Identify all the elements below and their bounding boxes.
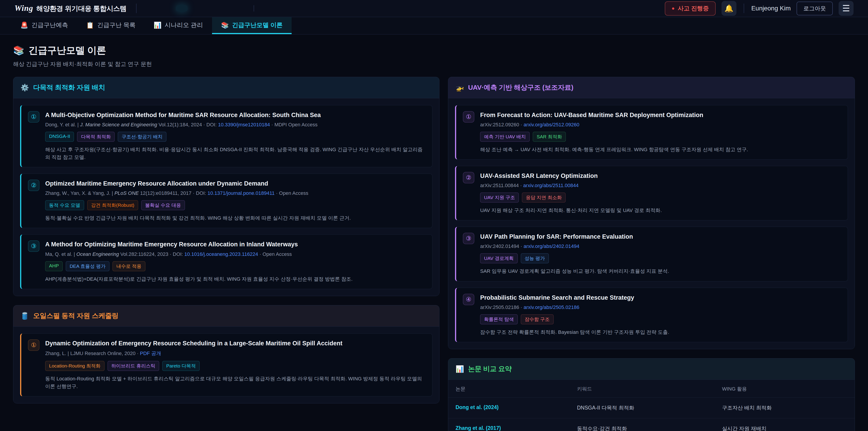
section-header: 🛢️ 오일스필 동적 자원 스케줄링 [13, 305, 439, 327]
tag-chip: UAV 지원 구조 [480, 192, 519, 203]
table-cell-paper[interactable]: Dong et al. (2024) [456, 398, 577, 418]
tag-row: AHPDEA 효율성 평가내수로 적용 [45, 261, 426, 271]
journal-name: PLoS ONE [114, 190, 139, 196]
paper-title: Probabilistic Submarine Search and Rescu… [480, 294, 841, 302]
doi-link[interactable]: 10.3390/jmse12010184 [218, 122, 270, 127]
section-title: 오일스필 동적 자원 스케줄링 [33, 311, 119, 320]
tag-chip: 잠수함 구조 [521, 314, 554, 324]
paper-description: SAR 임무용 UAV 경로계획 알고리즘 성능 비교 평가. 탐색 커버리지·… [480, 267, 841, 275]
col-header-keyword: 키워드 [577, 380, 722, 397]
paper-card: ④ Probabilistic Submarine Search and Res… [455, 288, 848, 342]
paper-description: 해상 조난 예측 → UAV 사전 배치 최적화. 예측-행동 연계 프레임워크… [480, 146, 841, 153]
nav-menu-item[interactable] [146, 5, 158, 11]
paper-description: 잠수함 구조 전략 확률론적 최적화. Bayesian 탐색 이론 기반 구조… [480, 329, 841, 336]
tag-chip: SAR 최적화 [533, 132, 566, 142]
tag-chip: 불확실 수요 대응 [141, 200, 185, 210]
app-logo: Wing 해양환경 위기대응 통합시스템 [14, 3, 127, 13]
tab-item[interactable]: 📊 시나리오 관리 [145, 17, 212, 34]
arxiv-link[interactable]: arxiv.org/abs/2402.01494 [524, 243, 579, 249]
page-content: 📚 긴급구난모델 이론 해상 긴급구난 자원 배치·최적화 이론 및 참고 연구… [0, 35, 868, 431]
tag-chip: UAV 경로계획 [480, 253, 518, 263]
paper-description: 동적·불확실 수요 반영 긴급구난 자원 배치 다목적 최적화 및 강건 최적화… [45, 214, 426, 222]
right-column: 🚁 UAV·예측 기반 해상구조 (보조자료) ① From Forecast … [448, 77, 855, 431]
paper-title: Dynamic Optimization of Emergency Resour… [45, 339, 426, 347]
paper-list: ① From Forecast to Action: UAV-Based Mar… [448, 98, 855, 349]
arxiv-link[interactable]: arxiv.org/abs/2505.02186 [524, 304, 579, 310]
paper-card: ③ A Method for Optimizing Maritime Emerg… [20, 235, 432, 289]
divider [136, 4, 136, 13]
section-uav-panel: 🚁 UAV·예측 기반 해상구조 (보조자료) ① From Forecast … [448, 77, 855, 349]
journal-name: Ocean Engineering [76, 251, 119, 257]
table-row: Dong et al. (2024) DNSGA-II 다목적 최적화 구조자산… [448, 397, 855, 418]
paper-list: ① Dynamic Optimization of Emergency Reso… [13, 327, 439, 403]
paper-number-badge: ② [28, 180, 39, 191]
doi-link[interactable]: PDF 공개 [140, 350, 161, 356]
tag-row: 동적 수요 모델강건 최적화(Robust)불확실 수요 대응 [45, 200, 426, 210]
paper-number-badge: ① [28, 111, 39, 123]
arxiv-link[interactable]: arxiv.org/abs/2511.00844 [523, 183, 579, 188]
notification-bell-button[interactable]: 🔔 [721, 1, 737, 16]
nav-menu-item[interactable] [254, 5, 268, 11]
paper-description: UAV 지원 해상 구조 처리·지연 최적화. 통신·처리 지연 모델링 및 U… [480, 207, 841, 214]
oil-drum-icon: 🛢️ [21, 312, 29, 320]
page-subtitle: 해상 긴급구난 자원 배치·최적화 이론 및 참고 연구 문헌 [13, 60, 855, 68]
paper-number-badge: ② [463, 172, 474, 183]
nav-menu-item[interactable] [161, 5, 173, 11]
nav-menu-item[interactable] [176, 5, 188, 11]
paper-card: ① From Forecast to Action: UAV-Based Mar… [455, 105, 848, 160]
nav-menu-item[interactable] [221, 5, 232, 11]
paper-title: A Multi-Objective Optimization Method fo… [45, 111, 426, 119]
tag-chip: Location-Routing 최적화 [45, 361, 104, 371]
paper-card: ② UAV-Assisted SAR Latency Optimization … [455, 166, 848, 220]
books-icon: 📚 [13, 45, 24, 56]
tab-icon: 🚨 [20, 22, 28, 29]
section-comparison-panel: 📊 논문 비교 요약 논문 키워드 WING 활용 Dong et al. (2… [448, 358, 855, 431]
tag-chip: Pareto 다목적 [162, 361, 199, 371]
tag-row: UAV 경로계획성능 평가 [480, 253, 841, 263]
hamburger-menu-button[interactable]: ☰ [839, 1, 854, 16]
table-header-row: 논문 키워드 WING 활용 [448, 380, 855, 397]
tag-row: UAV 지원 구조응답 지연 최소화 [480, 192, 841, 203]
comparison-table: 논문 키워드 WING 활용 Dong et al. (2024) DNSGA-… [448, 380, 855, 431]
paper-meta: arXiv:2402.01494 · arxiv.org/abs/2402.01… [480, 243, 841, 249]
tab-item[interactable]: 📋 긴급구난 목록 [77, 17, 145, 34]
doi-link[interactable]: 10.1016/j.oceaneng.2023.116224 [184, 251, 258, 257]
section-oilspill-panel: 🛢️ 오일스필 동적 자원 스케줄링 ① Dynamic Optimizatio… [13, 305, 439, 403]
tag-row: 확률론적 탐색잠수함 구조 [480, 314, 841, 324]
navbar-right: ● 사고 진행중 🔔 Eunjeong Kim 로그아웃 ☰ [665, 1, 854, 16]
paper-meta: Zhang, L. | LJMU Research Online, 2020 ·… [45, 350, 426, 357]
paper-number-badge: ① [28, 339, 39, 351]
left-column: ⚙️ 다목적 최적화 자원 배치 ① A Multi-Objective Opt… [13, 77, 439, 412]
tag-chip: 확률론적 탐색 [480, 314, 518, 324]
tab-icon: 📊 [153, 22, 161, 29]
paper-card: ① Dynamic Optimization of Emergency Reso… [20, 333, 432, 396]
tab-item[interactable]: 🚨 긴급구난예측 [11, 17, 77, 34]
tab-item[interactable]: 📚 긴급구난모델 이론 [212, 17, 291, 34]
table-cell-keyword: 동적수요·강건 최적화 [577, 418, 722, 431]
doi-link[interactable]: 10.1371/journal.pone.0189411 [208, 190, 275, 196]
paper-meta: arXiv:2512.09260 · arxiv.org/abs/2512.09… [480, 122, 841, 128]
tag-chip: DNSGA-II [45, 132, 74, 142]
two-column-layout: ⚙️ 다목적 최적화 자원 배치 ① A Multi-Objective Opt… [13, 77, 855, 431]
tab-icon: 📚 [221, 22, 229, 29]
table-cell-paper[interactable]: Zhang et al. (2017) [456, 418, 577, 431]
tab-label: 시나리오 관리 [164, 21, 203, 29]
arxiv-link[interactable]: arxiv.org/abs/2512.09260 [524, 122, 579, 127]
logout-button[interactable]: 로그아웃 [797, 2, 833, 16]
tag-chip: DEA 효율성 평가 [66, 261, 110, 271]
nav-menu-item[interactable] [191, 5, 203, 11]
tab-label: 긴급구난 목록 [97, 21, 135, 29]
table-cell-wing: 실시간 자원 재배치 [722, 418, 847, 431]
section-title: 다목적 최적화 자원 배치 [33, 83, 105, 92]
nav-menu-item[interactable] [236, 5, 247, 11]
table-cell-wing: 구조자산 배치 최적화 [722, 398, 847, 418]
page-title: 긴급구난모델 이론 [29, 44, 106, 57]
incident-status-badge[interactable]: ● 사고 진행중 [665, 1, 716, 16]
section-title: 논문 비교 요약 [468, 364, 512, 374]
bar-chart-icon: 📊 [456, 365, 464, 373]
tab-label: 긴급구난모델 이론 [232, 21, 283, 29]
paper-description: 해상 사고 후 구조자원(구조선·항공기) 배치 최적화. 비용·응답시간 동시… [45, 146, 426, 161]
gear-icon: ⚙️ [21, 84, 29, 92]
tag-chip: 성능 평가 [521, 253, 549, 263]
nav-menu-item[interactable] [206, 5, 217, 11]
